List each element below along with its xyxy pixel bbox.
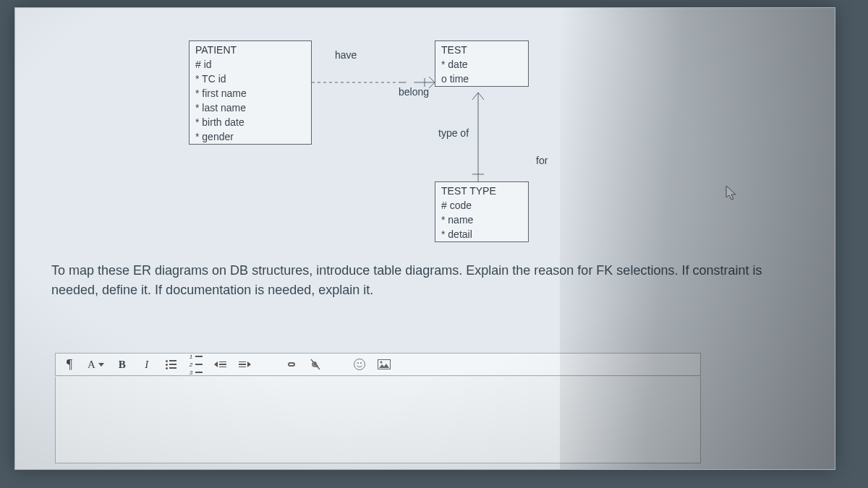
- entity-attribute: * birth date: [190, 115, 311, 129]
- entity-attribute: * date: [435, 57, 528, 72]
- entity-attribute: * name: [435, 213, 528, 227]
- relationship-label-belong: belong: [399, 86, 429, 98]
- svg-line-2: [429, 77, 435, 82]
- entity-attribute: * first name: [190, 86, 311, 100]
- image-button[interactable]: [378, 356, 391, 372]
- answer-editor[interactable]: [55, 377, 701, 463]
- entity-attribute: * TC id: [190, 72, 311, 86]
- outdent-button[interactable]: [214, 356, 227, 372]
- numbered-list-button[interactable]: 1 2 3: [190, 356, 203, 372]
- entity-patient: PATIENT # id * TC id * first name * last…: [189, 40, 312, 145]
- font-color-button[interactable]: A: [88, 356, 104, 372]
- document-page: PATIENT # id * TC id * first name * last…: [14, 7, 835, 470]
- bullet-list-button[interactable]: [165, 356, 178, 372]
- entity-attribute: * detail: [435, 227, 528, 241]
- font-label: A: [88, 359, 95, 371]
- emoji-button[interactable]: [353, 356, 366, 372]
- relationship-label-for: for: [536, 155, 548, 166]
- entity-attribute: * last name: [190, 100, 311, 115]
- svg-point-11: [380, 361, 382, 364]
- svg-line-8: [478, 93, 484, 100]
- bold-button[interactable]: B: [116, 356, 129, 372]
- entity-title: TEST: [435, 41, 528, 57]
- entity-title: TEST TYPE: [435, 182, 528, 198]
- entity-attribute: # code: [435, 198, 528, 213]
- question-prompt: To map these ER diagrams on DB structure…: [51, 261, 784, 300]
- relationship-label-typeof: type of: [438, 127, 469, 139]
- cursor-icon: [726, 185, 737, 201]
- paragraph-button[interactable]: ¶: [63, 356, 76, 372]
- entity-attribute: o time: [435, 72, 528, 86]
- entity-title: PATIENT: [190, 41, 311, 57]
- svg-line-7: [472, 93, 478, 100]
- entity-test: TEST * date o time: [435, 40, 529, 87]
- chevron-down-icon: [98, 363, 104, 367]
- entity-attribute: * gender: [190, 129, 311, 144]
- er-diagram: PATIENT # id * TC id * first name * last…: [189, 40, 565, 243]
- svg-line-3: [429, 82, 435, 88]
- link-button[interactable]: [285, 356, 298, 372]
- relationship-label-have: have: [335, 49, 357, 61]
- editor-toolbar: ¶ A B I 1 2 3: [55, 353, 701, 376]
- italic-button[interactable]: I: [140, 356, 153, 372]
- entity-testtype: TEST TYPE # code * name * detail: [435, 181, 529, 242]
- unlink-button[interactable]: [310, 356, 323, 372]
- indent-button[interactable]: [239, 356, 252, 372]
- entity-attribute: # id: [190, 57, 311, 72]
